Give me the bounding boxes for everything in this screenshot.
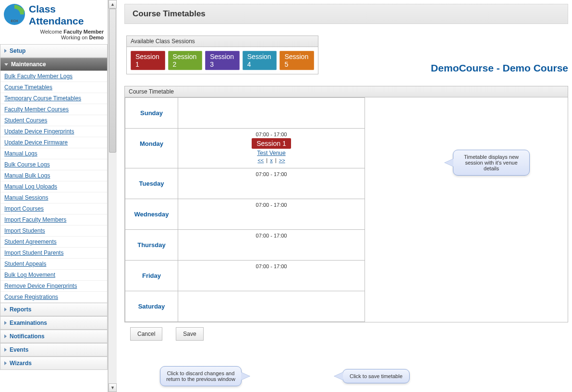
timetable-row: Sunday — [125, 98, 365, 129]
sidebar-item[interactable]: Bulk Log Movement — [0, 270, 107, 281]
sidebar-link[interactable]: Faculty Member Courses — [4, 106, 69, 113]
nav-group-events[interactable]: Events — [0, 343, 108, 356]
day-label: Friday — [125, 261, 178, 291]
sidebar-link[interactable]: Import Student Parents — [4, 249, 63, 256]
sidebar-item[interactable]: Manual Sessions — [0, 192, 107, 203]
sidebar-item[interactable]: Student Agreements — [0, 237, 107, 248]
day-label: Thursday — [125, 230, 178, 261]
sidebar-item[interactable]: Update Device Firmware — [0, 137, 107, 148]
sidebar-item[interactable]: Manual Logs — [0, 148, 107, 159]
app-title: Class Attendance — [29, 3, 84, 27]
logo-block: ECH Class Attendance — [0, 0, 108, 29]
sidebar-item[interactable]: Temporary Course Timetables — [0, 93, 107, 104]
nav-group-examinations[interactable]: Examinations — [0, 316, 108, 330]
timetable-row: Saturday — [125, 291, 365, 322]
day-label: Saturday — [125, 291, 178, 322]
sidebar-link[interactable]: Temporary Course Timetables — [4, 95, 81, 102]
sidebar-item[interactable]: Faculty Member Courses — [0, 104, 107, 115]
save-button[interactable]: Save — [176, 327, 203, 341]
sidebar-link[interactable]: Student Agreements — [4, 238, 57, 245]
scroll-thumb[interactable] — [109, 9, 116, 153]
sidebar-link[interactable]: Course Registrations — [4, 294, 58, 300]
day-label: Sunday — [125, 98, 178, 129]
session-chip-1[interactable]: Session 1 — [131, 51, 165, 70]
nav-group-wizards[interactable]: Wizards — [0, 356, 108, 370]
sidebar-link[interactable]: Update Device Firmware — [4, 139, 68, 146]
sidebar-item[interactable]: Import Student Parents — [0, 248, 107, 259]
sidebar-item[interactable]: Remove Device Fingerprints — [0, 281, 107, 292]
sidebar: ECH Class Attendance Welcome Faculty Mem… — [0, 0, 108, 392]
main-content: Course Timetables Available Class Sessio… — [117, 0, 572, 392]
nav-group-maintenance[interactable]: Maintenance — [0, 58, 108, 71]
sessions-panel-header: Available Class Sessions — [127, 36, 318, 47]
scroll-down-icon[interactable]: ▼ — [109, 383, 117, 392]
chevron-right-icon — [4, 334, 7, 338]
sidebar-item[interactable]: Course Registrations — [0, 292, 107, 303]
available-sessions-panel: Available Class Sessions Session 1 Sessi… — [126, 36, 318, 74]
sidebar-link[interactable]: Student Courses — [4, 117, 47, 124]
sidebar-item[interactable]: Import Students — [0, 226, 107, 237]
sidebar-link[interactable]: Remove Device Fingerprints — [4, 283, 77, 289]
sidebar-link[interactable]: Update Device Fingerprints — [4, 128, 74, 135]
callout-save: Click to save timetable — [342, 369, 410, 383]
session-chip-4[interactable]: Session 4 — [243, 51, 277, 70]
nav-group-reports[interactable]: Reports — [0, 303, 108, 316]
sidebar-link[interactable]: Manual Log Uploads — [4, 183, 57, 190]
sidebar-link[interactable]: Bulk Log Movement — [4, 272, 55, 278]
slot-venue-link[interactable]: Test Venue — [257, 150, 285, 156]
timetable-slot[interactable]: 07:00 - 17:00 — [178, 168, 365, 199]
timetable-slot[interactable] — [178, 98, 365, 129]
maintenance-items: Bulk Faculty Member LogsCourse Timetable… — [0, 71, 108, 303]
timetable-slot[interactable]: 07:00 - 17:00 — [178, 199, 365, 230]
page-title: Course Timetables — [124, 4, 568, 24]
chevron-right-icon — [4, 308, 7, 311]
timetable-slot[interactable]: 07:00 - 17:00Session 1Test Venue<< | x |… — [178, 129, 365, 168]
sidebar-link[interactable]: Bulk Course Logs — [4, 161, 50, 168]
timetable-row: Monday07:00 - 17:00Session 1Test Venue<<… — [125, 129, 365, 168]
nav-group-setup[interactable]: Setup — [0, 44, 108, 58]
course-heading: DemoCourse - Demo Course — [431, 62, 568, 74]
sidebar-item[interactable]: Student Courses — [0, 115, 107, 126]
session-chip-3[interactable]: Session 3 — [205, 51, 240, 70]
slot-session-chip[interactable]: Session 1 — [252, 138, 291, 149]
sidebar-link[interactable]: Import Courses — [4, 205, 44, 212]
session-chip-2[interactable]: Session 2 — [168, 51, 203, 70]
timetable-slot[interactable]: 07:00 - 17:00 — [178, 261, 365, 291]
slot-del-link[interactable]: x — [270, 157, 273, 163]
timetable-slot[interactable] — [178, 291, 365, 322]
sidebar-item[interactable]: Import Courses — [0, 203, 107, 214]
sidebar-link[interactable]: Import Students — [4, 227, 45, 234]
callout-cancel: Click to discard changes and return to t… — [160, 366, 242, 386]
scroll-up-icon[interactable]: ▲ — [109, 0, 117, 9]
sidebar-link[interactable]: Bulk Faculty Member Logs — [4, 73, 73, 80]
slot-prev-link[interactable]: << — [257, 157, 264, 163]
sidebar-link[interactable]: Manual Sessions — [4, 194, 48, 201]
timetable-slot[interactable]: 07:00 - 17:00 — [178, 230, 365, 261]
session-chip-5[interactable]: Session 5 — [280, 51, 314, 70]
sidebar-item[interactable]: Bulk Faculty Member Logs — [0, 71, 107, 82]
timetable-panel-header: Course Timetable — [125, 86, 568, 97]
sidebar-item[interactable]: Manual Bulk Logs — [0, 170, 107, 181]
day-label: Wednesday — [125, 199, 178, 230]
sidebar-item[interactable]: Course Timetables — [0, 82, 107, 93]
chevron-right-icon — [4, 49, 7, 53]
sidebar-scrollbar[interactable]: ▲ ▼ — [108, 0, 117, 392]
cancel-button[interactable]: Cancel — [130, 327, 162, 341]
sidebar-link[interactable]: Import Faculty Members — [4, 216, 66, 223]
slot-time: 07:00 - 17:00 — [178, 263, 365, 269]
slot-next-link[interactable]: >> — [279, 157, 285, 163]
nav-group-notifications[interactable]: Notifications — [0, 330, 108, 343]
chevron-right-icon — [4, 348, 7, 352]
sidebar-item[interactable]: Bulk Course Logs — [0, 159, 107, 170]
sidebar-item[interactable]: Manual Log Uploads — [0, 181, 107, 192]
timetable-panel: Course Timetable SundayMonday07:00 - 17:… — [124, 86, 568, 322]
sidebar-link[interactable]: Course Timetables — [4, 84, 52, 91]
sidebar-item[interactable]: Import Faculty Members — [0, 214, 107, 226]
sidebar-link[interactable]: Manual Logs — [4, 150, 37, 157]
sidebar-item[interactable]: Student Appeals — [0, 259, 107, 270]
sidebar-link[interactable]: Manual Bulk Logs — [4, 172, 50, 179]
sidebar-link[interactable]: Student Appeals — [4, 261, 46, 267]
sidebar-item[interactable]: Update Device Fingerprints — [0, 126, 107, 137]
chevron-down-icon — [4, 63, 8, 66]
slot-time: 07:00 - 17:00 — [178, 202, 365, 208]
